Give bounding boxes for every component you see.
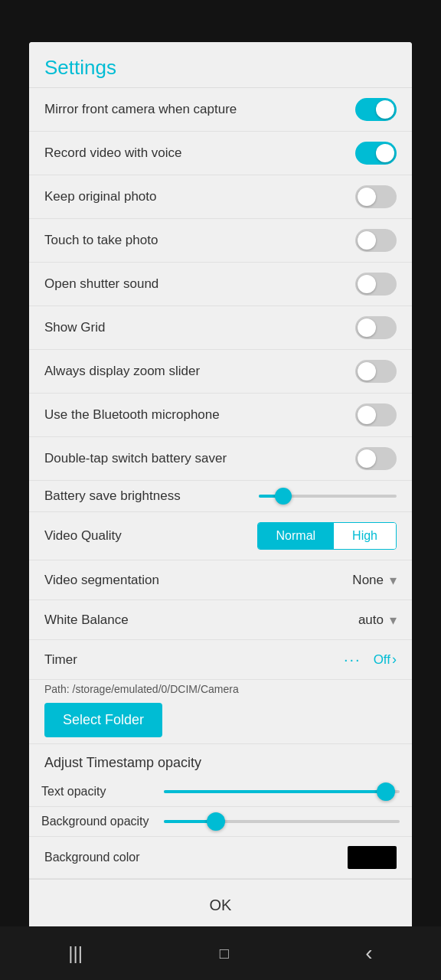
open-shutter-sound-row: Open shutter sound [29, 263, 412, 306]
white-balance-value-container: auto ▾ [358, 612, 397, 629]
touch-to-take-toggle[interactable] [355, 229, 397, 252]
record-video-voice-label: Record video with voice [44, 145, 355, 161]
show-grid-toggle[interactable] [355, 316, 397, 339]
video-quality-high-btn[interactable]: High [334, 523, 396, 549]
timer-label: Timer [44, 652, 344, 668]
white-balance-arrow-icon: ▾ [390, 612, 397, 629]
background-color-row[interactable]: Background color [29, 837, 412, 879]
battery-brightness-thumb[interactable] [275, 488, 292, 505]
nav-menu-button[interactable]: ||| [68, 942, 83, 964]
always-display-zoom-knob [358, 362, 376, 381]
ok-row: OK [29, 879, 412, 931]
white-balance-label: White Balance [44, 612, 129, 628]
open-shutter-sound-toggle[interactable] [355, 273, 397, 296]
nav-back-button[interactable]: ‹ [365, 941, 372, 965]
double-tap-battery-saver-row: Double-tap switch battery saver [29, 437, 412, 481]
timer-chevron-right-icon[interactable]: › [392, 652, 397, 668]
mirror-front-camera-knob [376, 100, 394, 119]
record-video-voice-row: Record video with voice [29, 132, 412, 175]
use-bluetooth-mic-knob [358, 406, 376, 424]
video-quality-normal-btn[interactable]: Normal [258, 523, 335, 549]
open-shutter-sound-label: Open shutter sound [44, 276, 355, 292]
keep-original-photo-row: Keep original photo [29, 175, 412, 219]
mirror-front-camera-row: Mirror front camera when capture [29, 88, 412, 132]
background-opacity-slider[interactable] [164, 820, 400, 823]
open-shutter-sound-knob [358, 275, 376, 293]
dialog-title: Settings [44, 56, 116, 79]
use-bluetooth-mic-toggle[interactable] [355, 403, 397, 426]
path-row: Path: /storage/emulated/0/DCIM/Camera Se… [29, 680, 412, 744]
keep-original-photo-toggle[interactable] [355, 185, 397, 208]
timer-row: Timer ··· Off › [29, 640, 412, 680]
touch-to-take-label: Touch to take photo [44, 233, 355, 248]
text-opacity-slider[interactable] [164, 790, 400, 793]
folder-path-text: Path: /storage/emulated/0/DCIM/Camera [44, 683, 397, 695]
timer-more-icon[interactable]: ··· [344, 651, 361, 668]
dialog-header: Settings [29, 42, 412, 88]
dialog-body: Mirror front camera when capture Record … [29, 88, 412, 931]
select-folder-button[interactable]: Select Folder [44, 703, 162, 737]
double-tap-battery-saver-toggle[interactable] [355, 447, 397, 470]
double-tap-battery-saver-label: Double-tap switch battery saver [44, 451, 355, 466]
use-bluetooth-mic-label: Use the Bluetooth microphone [44, 407, 355, 423]
touch-to-take-row: Touch to take photo [29, 219, 412, 263]
record-video-voice-toggle[interactable] [355, 142, 397, 165]
use-bluetooth-mic-row: Use the Bluetooth microphone [29, 394, 412, 437]
ok-button[interactable]: OK [179, 893, 263, 917]
always-display-zoom-row: Always display zoom slider [29, 350, 412, 394]
settings-dialog: Settings Mirror front camera when captur… [29, 42, 412, 931]
battery-brightness-slider[interactable] [259, 495, 397, 498]
text-opacity-fill [164, 790, 386, 793]
video-segmentation-label: Video segmentation [44, 573, 159, 588]
video-segmentation-value: None [352, 573, 384, 588]
nav-bar: ||| □ ‹ [0, 926, 441, 980]
text-opacity-row: Text opacity [29, 777, 412, 807]
background-opacity-row: Background opacity [29, 807, 412, 837]
white-balance-value: auto [358, 612, 384, 628]
video-quality-toggle: Normal High [257, 522, 397, 550]
touch-to-take-knob [358, 231, 376, 250]
battery-brightness-row: Battery save brightness [29, 481, 412, 512]
background-color-swatch[interactable] [348, 846, 397, 869]
mirror-front-camera-label: Mirror front camera when capture [44, 102, 355, 117]
always-display-zoom-label: Always display zoom slider [44, 364, 355, 379]
double-tap-battery-saver-knob [358, 449, 376, 468]
background-opacity-thumb[interactable] [207, 812, 225, 831]
battery-brightness-label: Battery save brightness [44, 488, 259, 504]
show-grid-row: Show Grid [29, 306, 412, 350]
white-balance-row[interactable]: White Balance auto ▾ [29, 600, 412, 640]
show-grid-label: Show Grid [44, 320, 355, 335]
keep-original-photo-label: Keep original photo [44, 189, 355, 204]
mirror-front-camera-toggle[interactable] [355, 98, 397, 121]
text-opacity-thumb[interactable] [377, 782, 395, 801]
timestamp-section-header: Adjust Timestamp opacity [29, 744, 412, 777]
nav-home-button[interactable]: □ [220, 945, 229, 962]
text-opacity-label: Text opacity [41, 785, 164, 799]
show-grid-knob [358, 318, 376, 337]
background-opacity-label: Background opacity [41, 815, 164, 828]
video-segmentation-row[interactable]: Video segmentation None ▾ [29, 560, 412, 600]
background-color-label: Background color [44, 851, 348, 864]
record-video-voice-knob [376, 144, 394, 162]
keep-original-photo-knob [358, 188, 376, 206]
always-display-zoom-toggle[interactable] [355, 360, 397, 383]
video-segmentation-arrow-icon: ▾ [390, 572, 397, 589]
timer-value: Off [374, 652, 390, 668]
video-segmentation-value-container: None ▾ [352, 572, 397, 589]
video-quality-row: Video Quality Normal High [29, 512, 412, 560]
video-quality-label: Video Quality [44, 528, 257, 544]
